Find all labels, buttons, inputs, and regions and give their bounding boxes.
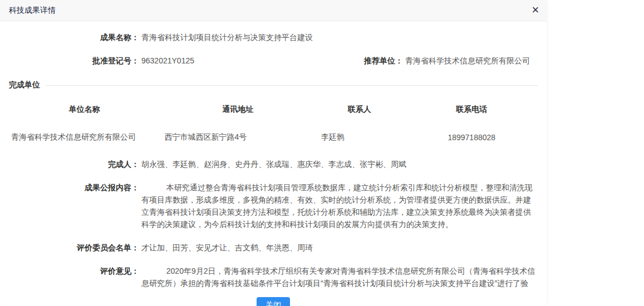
recommend-unit-label: 推荐单位： [364, 55, 403, 67]
committee-label: 评价委员会名单： [9, 241, 139, 254]
cell-address: 西宁市城西区新宁路4号 [163, 124, 316, 152]
close-icon[interactable]: × [529, 4, 542, 17]
bulletin-label: 成果公报内容： [9, 181, 139, 230]
achievement-name-value: 青海省科技计划项目统计分析与决策支持平台建设 [139, 31, 538, 43]
achievement-name-label: 成果名称： [9, 31, 139, 43]
completers-label: 完成人： [9, 158, 139, 170]
modal-body: 成果名称： 青海省科技计划项目统计分析与决策支持平台建设 批准登记号： 9632… [0, 21, 547, 289]
registration-number-value: 9632021Y0125 [139, 55, 194, 67]
committee-value: 才让加、田芳、安见才让、吉文鹤、年洪恩、周琦 [139, 241, 538, 254]
table-header-row: 单位名称 通讯地址 联系人 联系电话 [9, 93, 538, 124]
registration-row: 批准登记号： 9632021Y0125 推荐单位： 青海省科学技术信息研究所有限… [9, 55, 538, 67]
completers-row: 完成人： 胡永强、李廷鹘、赵润身、史丹丹、张成瑞、惠庆华、李志成、张宇彬、周斌 [9, 158, 538, 170]
recommend-unit-value: 青海省科学技术信息研究所有限公司 [403, 55, 530, 67]
bulletin-row: 成果公报内容： 本研究通过整合青海省科技计划项目管理系统数据库，建立统计分析索引… [9, 181, 538, 230]
modal-title: 科技成果详情 [9, 6, 56, 16]
achievement-detail-modal: 科技成果详情 × 成果名称： 青海省科技计划项目统计分析与决策支持平台建设 批准… [0, 0, 547, 306]
completed-units-section-title: 完成单位 [9, 80, 40, 90]
committee-row: 评价委员会名单： 才让加、田芳、安见才让、吉文鹤、年洪恩、周琦 [9, 241, 538, 254]
cell-contact: 李廷鹘 [316, 124, 406, 152]
completers-value: 胡永强、李廷鹘、赵润身、史丹丹、张成瑞、惠庆华、李志成、张宇彬、周斌 [139, 158, 538, 170]
column-header-address: 通讯地址 [163, 93, 316, 124]
column-header-phone: 联系电话 [406, 93, 538, 124]
modal-header: 科技成果详情 × [0, 0, 547, 21]
section-divider [46, 85, 538, 86]
opinion-label: 评价意见： [9, 265, 139, 289]
close-button[interactable]: 关闭 [257, 297, 290, 306]
cell-phone: 18997188028 [406, 124, 538, 152]
modal-footer: 关闭 [0, 296, 547, 306]
column-header-contact: 联系人 [316, 93, 406, 124]
table-row: 青海省科学技术信息研究所有限公司 西宁市城西区新宁路4号 李廷鹘 1899718… [9, 124, 538, 152]
cell-unit-name: 青海省科学技术信息研究所有限公司 [9, 124, 163, 152]
opinion-row: 评价意见： 2020年9月2日，青海省科学技术厅组织有关专家对青海省科学技术信息… [9, 265, 538, 289]
bulletin-value: 本研究通过整合青海省科技计划项目管理系统数据库，建立统计分析索引库和统计分析模型… [139, 181, 538, 230]
column-header-unit-name: 单位名称 [9, 93, 163, 124]
completed-units-section-header: 完成单位 [9, 80, 538, 90]
achievement-name-row: 成果名称： 青海省科技计划项目统计分析与决策支持平台建设 [9, 31, 538, 43]
opinion-value: 2020年9月2日，青海省科学技术厅组织有关专家对青海省科学技术信息研究所有限公… [139, 265, 538, 289]
completed-units-table: 单位名称 通讯地址 联系人 联系电话 青海省科学技术信息研究所有限公司 西宁市城… [9, 93, 538, 152]
registration-number-label: 批准登记号： [9, 55, 139, 67]
